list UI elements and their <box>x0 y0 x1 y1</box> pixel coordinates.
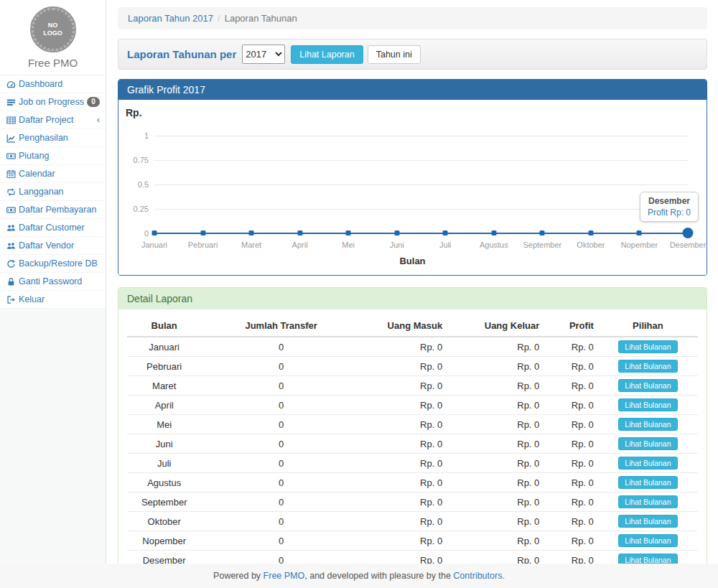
cell-profit: Rp. 0 <box>544 434 598 454</box>
filter-label: Laporan Tahunan per <box>127 48 236 60</box>
cell-uang-masuk: Rp. 0 <box>361 434 447 454</box>
y-tick: 1 <box>127 131 149 140</box>
sidebar-item-daftar-pembayaran[interactable]: Daftar Pembayaran <box>0 201 106 219</box>
table-header-row: BulanJumlah TransferUang MasukUang Kelua… <box>127 315 698 337</box>
lihat-bulanan-button[interactable]: Lihat Bulanan <box>618 554 677 564</box>
table-row-maret: Maret0Rp. 0Rp. 0Rp. 0Lihat Bulanan <box>127 376 698 396</box>
view-report-button[interactable]: Lihat Laporan <box>291 45 363 64</box>
cell-uang-masuk: Rp. 0 <box>361 376 447 396</box>
cell-uang-keluar: Rp. 0 <box>447 415 544 434</box>
chart-plot-area: Desember Profit Rp: 0 JanuariPebruariMar… <box>154 106 688 269</box>
y-axis-label: Rp. <box>126 107 142 118</box>
tooltip-title: Desember <box>648 196 691 206</box>
cell-jumlah-transfer: 0 <box>201 531 361 551</box>
cell-pilihan: Lihat Bulanan <box>598 531 698 551</box>
lihat-bulanan-button[interactable]: Lihat Bulanan <box>618 398 677 411</box>
x-tick-agustus: Agustus <box>480 241 508 249</box>
footer: Powered by Free PMO, and developed with … <box>0 564 718 588</box>
money-icon <box>6 205 19 215</box>
contributors-link[interactable]: Contributors. <box>453 571 505 581</box>
column-header-pilihan: Pilihan <box>598 315 698 337</box>
table-row-pebruari: Pebruari0Rp. 0Rp. 0Rp. 0Lihat Bulanan <box>127 357 698 376</box>
data-point-pebruari[interactable] <box>200 230 205 235</box>
gridline <box>154 185 688 185</box>
sidebar-item-label: Langganan <box>19 187 100 197</box>
profit-chart: Rp. Desember Profit Rp: 0 JanuariPebruar… <box>127 106 698 269</box>
breadcrumb-link[interactable]: Laporan Tahun 2017 <box>128 13 213 24</box>
sidebar-item-calendar[interactable]: Calendar <box>0 165 106 183</box>
cell-uang-masuk: Rp. 0 <box>361 415 447 434</box>
cell-profit: Rp. 0 <box>544 454 598 473</box>
sidebar-item-job-on-progress[interactable]: Job on Progress0 <box>0 93 106 111</box>
data-point-maret[interactable] <box>249 230 254 235</box>
lihat-bulanan-button[interactable]: Lihat Bulanan <box>618 457 677 470</box>
lihat-bulanan-button[interactable]: Lihat Bulanan <box>618 340 677 353</box>
lihat-bulanan-button[interactable]: Lihat Bulanan <box>618 515 677 528</box>
x-tick-maret: Maret <box>241 241 261 249</box>
cell-uang-masuk: Rp. 0 <box>361 337 447 357</box>
sidebar-item-daftar-project[interactable]: Daftar Project‹ <box>0 111 106 129</box>
y-tick: 0.25 <box>127 205 149 213</box>
y-tick: 0.5 <box>127 180 149 189</box>
lihat-bulanan-button[interactable]: Lihat Bulanan <box>618 476 677 489</box>
chevron-left-icon: ‹ <box>97 116 100 123</box>
lihat-bulanan-button[interactable]: Lihat Bulanan <box>618 418 677 431</box>
cell-pilihan: Lihat Bulanan <box>598 415 698 434</box>
sidebar-item-penghasilan[interactable]: Penghasilan <box>0 129 106 147</box>
cell-profit: Rp. 0 <box>544 551 598 564</box>
main-content: Laporan Tahun 2017/Laporan Tahunan Lapor… <box>107 0 718 564</box>
data-point-agustus[interactable] <box>491 230 496 235</box>
sidebar-item-label: Daftar Vendor <box>19 241 100 251</box>
lihat-bulanan-button[interactable]: Lihat Bulanan <box>618 379 677 392</box>
sidebar-item-label: Keluar <box>19 294 100 304</box>
sidebar-item-dashboard[interactable]: Dashboard <box>0 75 106 93</box>
cell-pilihan: Lihat Bulanan <box>598 454 698 473</box>
cell-uang-masuk: Rp. 0 <box>361 493 447 512</box>
y-tick: 0.75 <box>127 156 149 164</box>
sidebar-item-langganan[interactable]: Langganan <box>0 183 106 201</box>
sidebar-item-ganti-password[interactable]: Ganti Password <box>0 273 106 291</box>
sidebar-filler <box>0 309 106 564</box>
data-point-januari[interactable] <box>152 230 157 235</box>
data-point-oktober[interactable] <box>588 230 593 235</box>
cell-bulan: Desember <box>127 551 201 564</box>
column-header-uang-keluar: Uang Keluar <box>447 315 544 337</box>
data-point-juli[interactable] <box>443 230 448 235</box>
data-point-nopember[interactable] <box>637 230 642 235</box>
cell-uang-keluar: Rp. 0 <box>447 376 544 396</box>
data-point-september[interactable] <box>540 230 545 235</box>
breadcrumb-separator: / <box>218 13 220 24</box>
lock-icon <box>6 277 19 286</box>
cell-bulan: Pebruari <box>127 357 201 376</box>
free-pmo-link[interactable]: Free PMO <box>264 571 305 581</box>
logo-area: NO LOGO Free PMO <box>0 0 106 75</box>
lihat-bulanan-button[interactable]: Lihat Bulanan <box>618 437 677 450</box>
sidebar-item-backup-restore-db[interactable]: Backup/Restore DB <box>0 255 106 273</box>
sidebar-item-piutang[interactable]: Piutang <box>0 147 106 165</box>
cell-uang-keluar: Rp. 0 <box>447 357 544 376</box>
logo-text: NO LOGO <box>43 22 62 37</box>
cell-jumlah-transfer: 0 <box>201 376 361 396</box>
sidebar-item-label: Ganti Password <box>19 276 100 286</box>
sidebar-item-daftar-vendor[interactable]: Daftar Vendor <box>0 237 106 255</box>
count-badge: 0 <box>87 97 100 107</box>
data-point-mei[interactable] <box>346 230 351 235</box>
lihat-bulanan-button[interactable]: Lihat Bulanan <box>618 534 677 547</box>
year-select[interactable]: 2017 <box>242 45 285 64</box>
data-point-desember[interactable] <box>683 228 694 238</box>
chart-panel-title: Grafik Profit 2017 <box>118 80 707 100</box>
sidebar-item-label: Daftar Customer <box>19 223 100 233</box>
sidebar-item-label: Job on Progress <box>19 97 87 107</box>
cell-jumlah-transfer: 0 <box>201 434 361 454</box>
this-year-button[interactable]: Tahun ini <box>368 45 421 64</box>
cell-pilihan: Lihat Bulanan <box>598 434 698 454</box>
lihat-bulanan-button[interactable]: Lihat Bulanan <box>618 360 677 373</box>
brand-name: Free PMO <box>0 57 106 69</box>
sidebar-item-label: Penghasilan <box>19 133 100 143</box>
table-row-oktober: Oktober0Rp. 0Rp. 0Rp. 0Lihat Bulanan <box>127 512 698 531</box>
lihat-bulanan-button[interactable]: Lihat Bulanan <box>618 495 677 508</box>
sidebar-item-keluar[interactable]: Keluar <box>0 291 106 309</box>
data-point-juni[interactable] <box>394 230 399 235</box>
data-point-april[interactable] <box>297 230 302 235</box>
sidebar-item-daftar-customer[interactable]: Daftar Customer <box>0 219 106 237</box>
